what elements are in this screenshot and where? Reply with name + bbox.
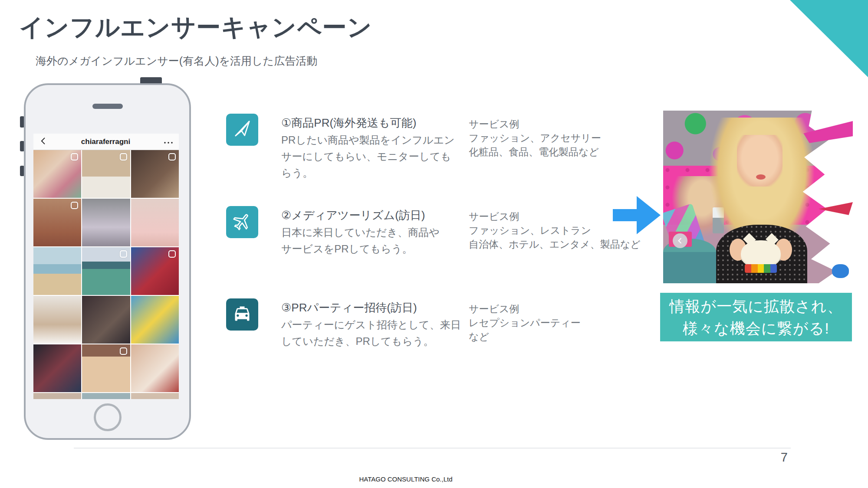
taxi-icon	[233, 304, 252, 325]
highlight-line: 様々な機会に繋がる!	[683, 317, 829, 339]
grid-photo[interactable]	[131, 199, 179, 246]
profile-username: chiaraferragni	[81, 138, 130, 146]
section-heading: ①商品PR(海外発送も可能)	[281, 115, 416, 131]
footer-divider	[74, 448, 791, 449]
multi-post-icon	[168, 153, 176, 160]
photo-kitty-burger	[741, 240, 781, 268]
phone-body: chiaraferragni	[24, 83, 191, 440]
page-number: 7	[757, 450, 788, 465]
multi-post-icon	[71, 153, 78, 160]
grid-photo[interactable]	[33, 393, 81, 399]
section-body: 日本に来日していただき、商品やサービスをPRしてもらう。	[281, 224, 440, 257]
page-title: インフルエンサーキャンペーン	[19, 11, 372, 44]
multi-post-icon	[71, 202, 78, 209]
more-options-icon[interactable]	[164, 138, 173, 146]
carousel-prev-button[interactable]	[673, 233, 687, 248]
section-icon-box	[226, 114, 258, 146]
section-icon-box	[226, 206, 258, 238]
grid-photo[interactable]	[82, 393, 130, 399]
page-subtitle: 海外のメガインフルエンサー(有名人)を活用した広告活動	[36, 54, 317, 68]
phone-home-button[interactable]	[94, 403, 122, 431]
grid-photo[interactable]	[82, 296, 130, 344]
instagram-header: chiaraferragni	[33, 134, 179, 150]
footer-company: HATAGO CONSULTING Co.,Ltd	[0, 475, 812, 483]
highlight-banner: 情報が一気に拡散され、 様々な機会に繋がる!	[660, 293, 852, 341]
grid-photo[interactable]	[33, 150, 81, 198]
grid-photo[interactable]	[33, 199, 81, 246]
section-service-examples: サービス例ファッション、アクセサリー化粧品、食品、電化製品など	[469, 117, 601, 159]
multi-post-icon	[120, 347, 127, 355]
highlight-line: 情報が一気に拡散され、	[669, 295, 842, 317]
influencer-photo	[663, 111, 853, 283]
section-heading: ②メディアツーリズム(訪日)	[281, 208, 425, 223]
phone-screen: chiaraferragni	[33, 134, 179, 399]
grid-photo[interactable]	[33, 344, 81, 392]
back-icon[interactable]	[39, 137, 48, 147]
grid-photo[interactable]	[33, 296, 81, 344]
multi-post-icon	[168, 250, 176, 258]
corner-accent-triangle	[790, 0, 868, 77]
grid-photo[interactable]	[82, 199, 130, 246]
grid-photo[interactable]	[131, 296, 179, 344]
paper-plane-icon	[233, 119, 252, 140]
slide-canvas: インフルエンサーキャンペーン 海外のメガインフルエンサー(有名人)を活用した広告…	[0, 0, 868, 488]
section-body: パーティーにゲスト招待として、来日していただき、PRしてもらう。	[281, 317, 461, 350]
photo-blue-patch	[832, 264, 849, 278]
airplane-icon	[232, 211, 252, 233]
section-service-examples: サービス例レセプションパーティーなど	[469, 302, 581, 344]
grid-photo[interactable]	[131, 150, 179, 198]
photo-rainbow-filling	[745, 264, 777, 273]
phone-speaker	[92, 104, 123, 109]
multi-post-icon	[120, 153, 127, 160]
section-icon-box	[226, 298, 258, 331]
grid-photo[interactable]	[131, 344, 179, 392]
grid-photo[interactable]	[82, 344, 130, 392]
section-body: PRしたい商品や製品をインフルエンサーにしてもらい、モニターしてもらう。	[281, 132, 455, 181]
photo-grid	[33, 150, 179, 399]
grid-photo[interactable]	[82, 150, 130, 198]
grid-photo[interactable]	[82, 247, 130, 295]
grid-photo[interactable]	[131, 247, 179, 295]
grid-photo[interactable]	[131, 393, 179, 399]
grid-photo[interactable]	[33, 247, 81, 295]
phone-mockup: chiaraferragni	[20, 77, 194, 442]
section-heading: ③PRパーティー招待(訪日)	[281, 300, 417, 315]
multi-post-icon	[120, 250, 127, 258]
